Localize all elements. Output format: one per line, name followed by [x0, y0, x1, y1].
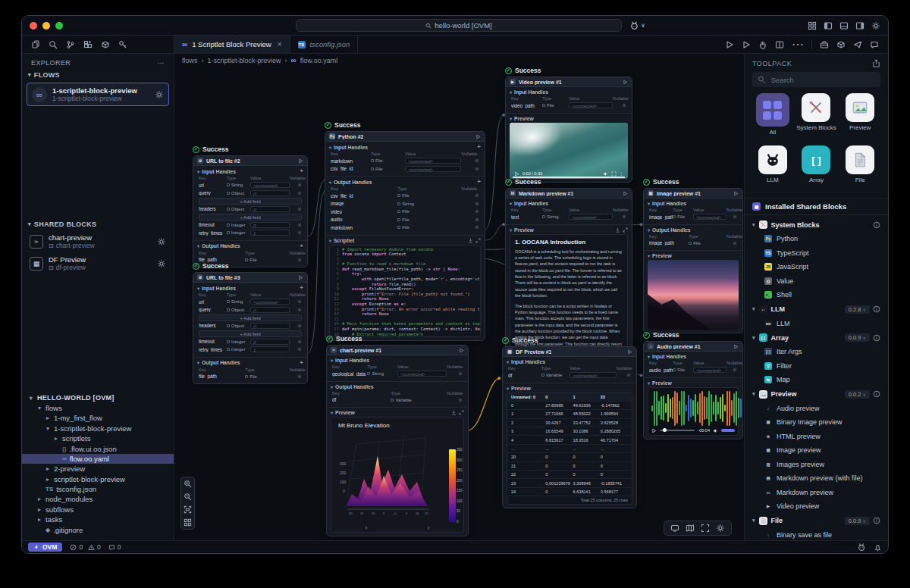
extensions-icon[interactable] — [83, 40, 93, 49]
zoom-window-button[interactable] — [55, 22, 63, 30]
input-port[interactable] — [326, 372, 328, 376]
volume-icon[interactable] — [603, 171, 608, 177]
frame-select-icon[interactable] — [701, 524, 710, 533]
block-item-markdown-preview-with-file-[interactable]: ▤Markdown preview (with file) — [745, 471, 888, 486]
tree-item-flows[interactable]: ▾flows — [22, 403, 174, 413]
panel-left-icon[interactable] — [824, 21, 833, 30]
input-port[interactable] — [193, 192, 194, 195]
dataframe-table[interactable]: Unnamed: 00123027.8098549.61936-0.147862… — [507, 393, 632, 505]
node-header[interactable]: MMarkdown preview #1 — [506, 189, 632, 199]
gear-icon[interactable] — [297, 230, 302, 235]
category-system-blocks[interactable]: System Blocks — [796, 93, 837, 142]
preview-header[interactable]: ▾Preview — [331, 410, 464, 415]
expand-code-icon[interactable] — [475, 238, 481, 243]
io-value[interactable]: {} — [250, 307, 290, 313]
block-item-video-preview[interactable]: ▶Video preview — [745, 499, 888, 514]
expand-icon[interactable] — [459, 410, 464, 415]
node-audio-preview-1[interactable]: ✓Success ♪Audio preview #1 ▾Input Handle… — [643, 331, 743, 439]
input-handles-header[interactable]: ▾Input Handles — [648, 354, 739, 359]
block-group-array[interactable]: ▾[ ]Array0.0.9 ∨ — [745, 330, 888, 345]
block-item-images-preview[interactable]: ▥Images preview — [745, 458, 888, 472]
input-handles-header[interactable]: ▾Input Handles — [331, 358, 464, 363]
gear-icon[interactable] — [475, 167, 479, 171]
assistant-menu[interactable]: ∨ — [629, 20, 645, 30]
gear-icon[interactable] — [458, 371, 463, 376]
output-handles-header[interactable]: ▾Output Handles+ — [329, 179, 481, 185]
tab-scriptlet-block-preview[interactable]: ∞ 1 Scriptlet Block Preview × — [174, 36, 290, 53]
io-value[interactable]: <connected> — [405, 166, 461, 172]
output-port[interactable] — [742, 242, 743, 246]
tree-item--flow-ui-oo-json[interactable]: {}.flow.ui.oo.json — [22, 443, 174, 453]
tree-item-scriptlets[interactable]: ▸scriptlets — [22, 433, 174, 443]
io-value[interactable]: 1 — [250, 230, 290, 236]
shared-block-df-preview[interactable]: ▦ DF Preview ⊡df-preview — [22, 252, 174, 274]
input-port[interactable] — [502, 374, 504, 377]
gear-icon[interactable] — [475, 193, 479, 198]
shared-block-chart-preview[interactable]: ≈ chart-preview ⊡chart-preview — [22, 230, 174, 252]
gear-icon[interactable] — [733, 241, 737, 246]
zoom-out-icon[interactable] — [184, 493, 192, 501]
surface-chart-preview[interactable]: Mt Bruno Elevation — [331, 417, 464, 533]
io-value[interactable]: 1 — [250, 346, 290, 352]
node-python-2[interactable]: ✓Success PyPython #2 ▾Input Handles+ Key… — [325, 121, 485, 341]
hand-tool-icon[interactable] — [758, 40, 767, 49]
add-field-button[interactable]: + Add field — [199, 330, 302, 337]
node-header[interactable]: PyPython #2 — [325, 132, 485, 142]
toolbox-icon[interactable] — [820, 40, 829, 49]
fullscreen-icon[interactable] — [611, 171, 617, 177]
video-more-icon[interactable]: ⋮ — [620, 171, 624, 176]
add-field-button[interactable]: + Add field — [199, 214, 302, 220]
gear-icon[interactable] — [475, 158, 479, 163]
add-output-icon[interactable]: + — [300, 243, 303, 249]
gear-icon[interactable] — [155, 90, 164, 99]
add-field-button[interactable]: + Add field — [199, 198, 302, 205]
gear-icon[interactable] — [475, 202, 479, 206]
search-input[interactable] — [770, 75, 875, 85]
gear-icon[interactable] — [458, 398, 463, 402]
block-item-binary-image-preview[interactable]: ▣Binary Image preview — [745, 415, 888, 430]
secrets-key-icon[interactable] — [118, 40, 127, 49]
input-port[interactable] — [505, 104, 507, 108]
tab-tsconfig[interactable]: TS tsconfig.json — [290, 36, 359, 53]
run-node-icon[interactable] — [733, 344, 739, 349]
run-node-icon[interactable] — [298, 158, 303, 164]
add-input-icon[interactable]: + — [300, 168, 303, 174]
node-header[interactable]: ⊕URL to file #2 — [193, 156, 307, 166]
version-chip[interactable]: 0.2.8 ∨ — [845, 305, 870, 314]
category-llm[interactable]: LLM — [752, 145, 793, 190]
layout-grid-icon[interactable] — [808, 21, 817, 30]
input-port[interactable] — [193, 224, 194, 227]
preview-header[interactable]: ▾Preview — [648, 380, 739, 386]
block-group-preview[interactable]: ▾Preview0.0.2 ∨ — [745, 387, 888, 402]
ovm-badge[interactable]: OVM — [28, 543, 62, 552]
output-handles-header[interactable]: ▾Output Handles — [331, 384, 464, 389]
tree-item-1-scriptlet-block-preview[interactable]: ▾1-scriptlet-block-preview — [22, 424, 174, 433]
node-video-preview-1[interactable]: ✓Success ▶Video preview #1 ▾Input Handle… — [505, 67, 632, 183]
output-port[interactable] — [306, 258, 308, 262]
gear-icon[interactable] — [297, 258, 302, 262]
node-url-to-file-3[interactable]: ✓Success ⊕URL to file #3 ▾Input Handles+… — [193, 262, 308, 384]
fit-view-icon[interactable] — [184, 505, 192, 514]
zoom-in-icon[interactable] — [184, 480, 192, 488]
input-port[interactable] — [325, 167, 326, 171]
gear-icon[interactable] — [297, 339, 302, 344]
gear-icon[interactable] — [733, 368, 737, 372]
gear-icon[interactable] — [297, 191, 302, 195]
gear-icon[interactable] — [626, 373, 631, 377]
io-value[interactable]: <connected> — [405, 158, 461, 164]
output-handles-header[interactable]: ▾Output Handles — [648, 227, 739, 233]
tree-root[interactable]: ▾HELLO-WORLD [OVM] — [22, 393, 174, 402]
input-handles-header[interactable]: ▾Input Handles — [507, 359, 632, 364]
input-port[interactable] — [643, 368, 645, 372]
io-value[interactable]: {} — [250, 323, 290, 329]
panel-right-icon[interactable] — [855, 21, 864, 30]
block-item-javascript[interactable]: JSJavaScript — [745, 260, 888, 274]
io-value[interactable]: 0 — [250, 222, 290, 228]
bell-icon[interactable] — [874, 543, 882, 552]
shared-blocks-section-header[interactable]: ▾SHARED BLOCKS — [22, 218, 174, 230]
gear-icon[interactable] — [157, 259, 166, 268]
input-handles-header[interactable]: ▾Input Handles+ — [197, 168, 303, 174]
input-handles-header[interactable]: ▾Input Handles+ — [329, 144, 481, 150]
io-value[interactable]: <connected> — [569, 214, 613, 220]
io-value[interactable]: <connected> — [693, 214, 726, 220]
